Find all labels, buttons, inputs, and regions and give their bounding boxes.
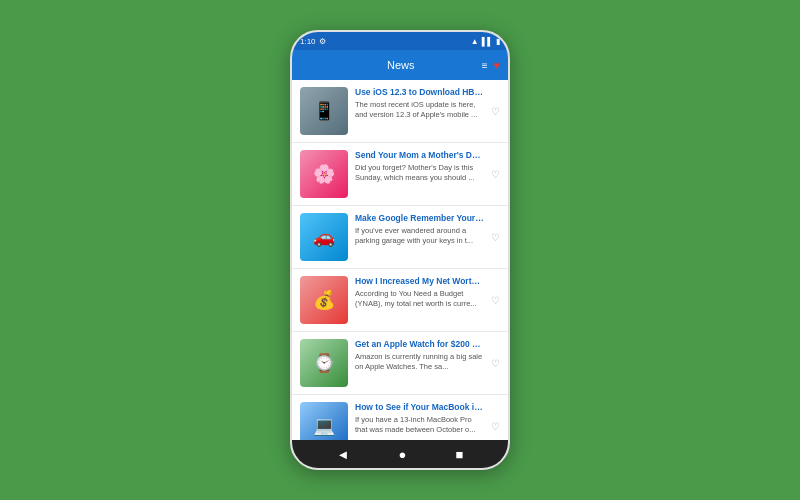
filter-icon[interactable]: ≡ <box>482 60 488 71</box>
article-excerpt: The most recent iOS update is here, and … <box>355 100 484 120</box>
article-title: Make Google Remember Your Park... <box>355 213 484 224</box>
article-thumbnail: 💰 <box>300 276 348 324</box>
status-right: ▲ ▌▌ ▮ <box>471 37 500 46</box>
article-title: How to See if Your MacBook is Eligi... <box>355 402 484 413</box>
article-content: How I Increased My Net Worth by $... Acc… <box>355 276 484 309</box>
article-title: Use iOS 12.3 to Download HBO Sho... <box>355 87 484 98</box>
article-thumbnail: 💻 <box>300 402 348 440</box>
thumb-icon: 💻 <box>300 402 348 440</box>
article-excerpt: If you've ever wandered around a parking… <box>355 226 484 246</box>
list-item[interactable]: 💰 How I Increased My Net Worth by $... A… <box>292 269 508 332</box>
list-item[interactable]: 🌸 Send Your Mom a Mother's Day Car... Di… <box>292 143 508 206</box>
article-content: Use iOS 12.3 to Download HBO Sho... The … <box>355 87 484 120</box>
article-title: Get an Apple Watch for $200 Right ... <box>355 339 484 350</box>
article-content: Make Google Remember Your Park... If you… <box>355 213 484 246</box>
thumb-icon: 🌸 <box>300 150 348 198</box>
status-bar: 1:10 ⚙ ▲ ▌▌ ▮ <box>292 32 508 50</box>
article-content: How to See if Your MacBook is Eligi... I… <box>355 402 484 435</box>
app-title: News <box>320 59 482 71</box>
article-excerpt: Did you forget? Mother's Day is this Sun… <box>355 163 484 183</box>
article-thumbnail: 🌸 <box>300 150 348 198</box>
article-excerpt: If you have a 13-inch MacBook Pro that w… <box>355 415 484 435</box>
back-button[interactable]: ◄ <box>337 447 350 462</box>
recent-button[interactable]: ■ <box>456 447 464 462</box>
list-item[interactable]: 📱 Use iOS 12.3 to Download HBO Sho... Th… <box>292 80 508 143</box>
status-left: 1:10 ⚙ <box>300 37 326 46</box>
article-thumbnail: ⌚ <box>300 339 348 387</box>
article-content: Get an Apple Watch for $200 Right ... Am… <box>355 339 484 372</box>
thumb-icon: 💰 <box>300 276 348 324</box>
thumb-icon: ⌚ <box>300 339 348 387</box>
article-thumbnail: 📱 <box>300 87 348 135</box>
home-button[interactable]: ● <box>399 447 407 462</box>
nav-icons: ≡ ♥ <box>482 59 500 71</box>
article-heart-icon[interactable]: ♡ <box>491 169 500 180</box>
settings-icon: ⚙ <box>319 37 326 46</box>
app-navbar: News ≡ ♥ <box>292 50 508 80</box>
article-content: Send Your Mom a Mother's Day Car... Did … <box>355 150 484 183</box>
article-title: How I Increased My Net Worth by $... <box>355 276 484 287</box>
wifi-icon: ▲ <box>471 37 479 46</box>
list-item[interactable]: 🚗 Make Google Remember Your Park... If y… <box>292 206 508 269</box>
status-time: 1:10 <box>300 37 316 46</box>
article-heart-icon[interactable]: ♡ <box>491 358 500 369</box>
article-title: Send Your Mom a Mother's Day Car... <box>355 150 484 161</box>
article-heart-icon[interactable]: ♡ <box>491 295 500 306</box>
phone-frame: 1:10 ⚙ ▲ ▌▌ ▮ News ≡ ♥ 📱 Use iOS 12.3 to… <box>290 30 510 470</box>
article-heart-icon[interactable]: ♡ <box>491 106 500 117</box>
bottom-nav: ◄ ● ■ <box>292 440 508 468</box>
signal-icon: ▌▌ <box>482 37 493 46</box>
news-list: 📱 Use iOS 12.3 to Download HBO Sho... Th… <box>292 80 508 440</box>
nav-heart-icon[interactable]: ♥ <box>493 59 500 71</box>
article-excerpt: According to You Need a Budget (YNAB), m… <box>355 289 484 309</box>
article-excerpt: Amazon is currently running a big sale o… <box>355 352 484 372</box>
thumb-icon: 📱 <box>300 87 348 135</box>
list-item[interactable]: 💻 How to See if Your MacBook is Eligi...… <box>292 395 508 440</box>
list-item[interactable]: ⌚ Get an Apple Watch for $200 Right ... … <box>292 332 508 395</box>
thumb-icon: 🚗 <box>300 213 348 261</box>
article-heart-icon[interactable]: ♡ <box>491 232 500 243</box>
article-thumbnail: 🚗 <box>300 213 348 261</box>
article-heart-icon[interactable]: ♡ <box>491 421 500 432</box>
battery-icon: ▮ <box>496 37 500 46</box>
